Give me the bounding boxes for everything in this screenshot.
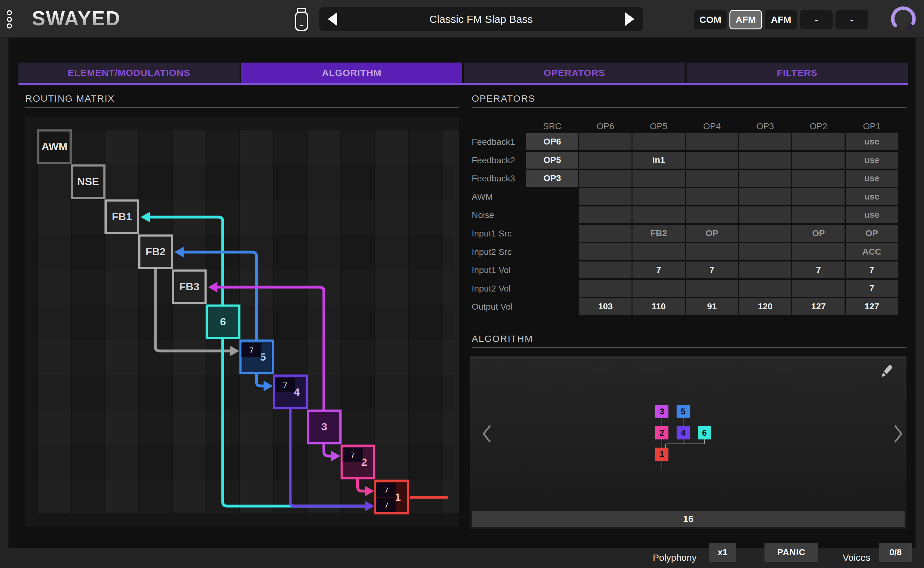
operators-cell-op2-row6[interactable] [792, 243, 844, 260]
pencil-icon[interactable] [878, 363, 895, 381]
operators-cell-op6-row2[interactable] [579, 170, 631, 187]
panic-button[interactable]: PANIC [764, 543, 818, 562]
operators-cell-op6-row8[interactable] [579, 280, 631, 297]
operators-cell-op4-row2[interactable] [686, 170, 738, 187]
operators-cell-op2-row4[interactable] [792, 207, 844, 223]
algorithm-node-2[interactable]: 2 [655, 426, 669, 440]
operators-cell-op4-row7[interactable]: 7 [686, 261, 738, 278]
mode-button-3[interactable]: - [800, 10, 833, 29]
algorithm-node-5[interactable]: 5 [676, 405, 690, 418]
operators-cell-op4-row8[interactable] [686, 280, 738, 297]
matrix-block-6[interactable]: 6 [207, 305, 239, 338]
operators-cell-op3-row1[interactable] [739, 152, 791, 169]
chevron-left-icon[interactable] [481, 424, 492, 444]
operators-cell-op3-row2[interactable] [739, 170, 791, 187]
algorithm-node-3[interactable]: 3 [655, 405, 669, 418]
operators-cell-op1-row4[interactable]: use [846, 207, 898, 223]
mode-button-1[interactable]: AFM [729, 10, 762, 29]
input-slot-4-0[interactable]: 7 [275, 378, 295, 392]
operators-cell-op2-row1[interactable] [792, 152, 844, 169]
operators-cell-op6-row7[interactable] [579, 261, 631, 278]
operators-cell-op3-row5[interactable] [739, 225, 791, 242]
operators-cell-op6-row0[interactable] [579, 133, 631, 150]
kebab-menu-icon[interactable] [6, 10, 13, 29]
operators-cell-op1-row1[interactable]: use [846, 152, 898, 169]
operators-cell-op5-row1[interactable]: in1 [633, 152, 685, 169]
operators-cell-op2-row8[interactable] [792, 280, 844, 297]
operators-cell-op6-row5[interactable] [579, 225, 631, 242]
operators-cell-op1-row6[interactable]: ACC [846, 243, 898, 260]
operators-cell-op4-row0[interactable] [686, 133, 738, 150]
operators-cell-op6-row6[interactable] [579, 243, 631, 260]
operators-cell-op3-row7[interactable] [739, 261, 791, 278]
operators-cell-op3-row0[interactable] [739, 133, 791, 150]
operators-cell-op2-row0[interactable] [792, 133, 844, 150]
operators-cell-src-feedback1[interactable]: OP6 [526, 133, 578, 150]
routing-matrix-canvas[interactable]: AWMNSEFB1FB2FB365432177777 [25, 117, 459, 526]
tab-algorithm[interactable]: ALGORITHM [241, 63, 462, 83]
tab-operators[interactable]: OPERATORS [464, 63, 685, 83]
polyphony-value-button[interactable]: x1 [709, 543, 736, 562]
input-slot-5-0[interactable]: 7 [242, 343, 261, 357]
preset-next-button[interactable] [625, 12, 634, 26]
matrix-block-FB1[interactable]: FB1 [106, 201, 138, 233]
matrix-block-AWM[interactable]: AWM [38, 130, 71, 163]
tab-element-modulations[interactable]: ELEMENT/MODULATIONS [18, 63, 240, 83]
operators-cell-op1-row7[interactable]: 7 [846, 261, 898, 278]
operators-cell-op1-row0[interactable]: use [846, 133, 898, 150]
mode-button-2[interactable]: AFM [765, 10, 797, 29]
operators-cell-op2-row3[interactable] [792, 188, 844, 205]
operators-cell-op5-row4[interactable] [633, 207, 685, 223]
operators-cell-op2-row2[interactable] [792, 170, 844, 187]
input-slot-1-1[interactable]: 7 [376, 498, 396, 512]
operators-cell-op1-row2[interactable]: use [846, 170, 898, 187]
operators-cell-op5-row2[interactable] [633, 170, 685, 187]
operators-cell-op4-row5[interactable]: OP [686, 225, 738, 242]
mode-button-0[interactable]: COM [694, 10, 727, 29]
preset-prev-button[interactable] [328, 12, 337, 26]
operators-cell-op1-row8[interactable]: 7 [846, 280, 898, 297]
operators-cell-src-feedback3[interactable]: OP3 [526, 170, 578, 187]
operators-cell-op1-row9[interactable]: 127 [846, 298, 898, 315]
input-slot-1-0[interactable]: 7 [376, 483, 396, 497]
operators-cell-op6-row4[interactable] [579, 207, 631, 223]
operators-cell-op3-row6[interactable] [739, 243, 791, 260]
operators-cell-op4-row6[interactable] [686, 243, 738, 260]
chevron-right-icon[interactable] [893, 424, 904, 444]
volume-knob[interactable] [889, 3, 918, 34]
matrix-block-FB2[interactable]: FB2 [139, 236, 172, 268]
algorithm-diagram[interactable]: 352461 [649, 401, 724, 479]
operators-cell-op6-row9[interactable]: 103 [579, 298, 631, 315]
operators-cell-op4-row3[interactable] [686, 188, 738, 205]
operators-cell-op5-row8[interactable] [633, 280, 685, 297]
operators-cell-op4-row1[interactable] [686, 152, 738, 169]
algorithm-node-1[interactable]: 1 [655, 447, 669, 461]
operators-cell-op2-row7[interactable]: 7 [792, 261, 844, 278]
operators-cell-op6-row3[interactable] [579, 188, 631, 205]
input-slot-2-0[interactable]: 7 [343, 448, 362, 462]
matrix-block-3[interactable]: 3 [308, 411, 340, 443]
algorithm-number-bar[interactable]: 16 [472, 511, 904, 527]
preset-name[interactable]: Classic FM Slap Bass [337, 13, 625, 25]
operators-cell-op5-row9[interactable]: 110 [633, 298, 685, 315]
operators-cell-op5-row7[interactable]: 7 [633, 261, 685, 278]
algorithm-node-4[interactable]: 4 [676, 426, 690, 440]
operators-cell-op3-row8[interactable] [739, 280, 791, 297]
algorithm-node-6[interactable]: 6 [698, 426, 711, 440]
operators-cell-op6-row1[interactable] [579, 152, 631, 169]
operators-cell-op2-row9[interactable]: 127 [792, 298, 844, 315]
mode-button-4[interactable]: - [835, 10, 868, 29]
operators-cell-src-feedback2[interactable]: OP5 [526, 152, 578, 169]
operators-cell-op5-row0[interactable] [633, 133, 685, 150]
operators-cell-op3-row9[interactable]: 120 [739, 298, 791, 315]
operators-cell-op1-row3[interactable]: use [846, 188, 898, 205]
tab-filters[interactable]: FILTERS [687, 63, 908, 83]
operators-cell-op3-row3[interactable] [739, 188, 791, 205]
operators-cell-op5-row6[interactable] [633, 243, 685, 260]
operators-cell-op5-row5[interactable]: FB2 [633, 225, 685, 242]
shaker-icon[interactable] [292, 8, 311, 32]
operators-cell-op2-row5[interactable]: OP [792, 225, 844, 242]
operators-cell-op1-row5[interactable]: OP [846, 225, 898, 242]
matrix-block-FB3[interactable]: FB3 [173, 270, 205, 303]
operators-cell-op3-row4[interactable] [739, 207, 791, 223]
